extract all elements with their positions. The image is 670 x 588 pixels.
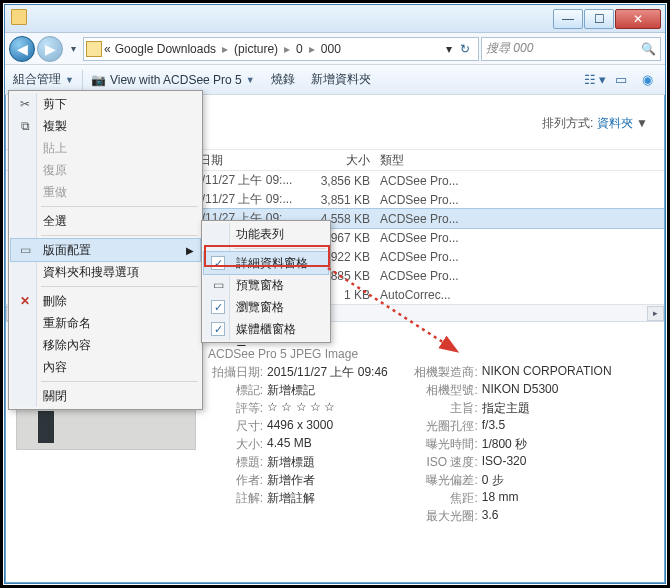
menu-item[interactable]: 重新命名 <box>11 312 200 334</box>
metadata-value[interactable]: 新增標題 <box>267 454 315 471</box>
metadata-value[interactable]: NIKON CORPORATION <box>482 364 612 381</box>
metadata-row: 主旨:指定主題 <box>408 400 612 417</box>
file-type: ACDSee Pro... <box>380 269 664 283</box>
metadata-value[interactable]: 新增註解 <box>267 490 315 507</box>
col-size[interactable]: 大小 <box>300 152 380 169</box>
metadata-value[interactable]: 4.45 MB <box>267 436 312 453</box>
menu-item[interactable]: ▭版面配置▶ <box>11 239 200 261</box>
metadata-row: 拍攝日期:2015/11/27 上午 09:46 <box>208 364 388 381</box>
submenu-item-label: 瀏覽窗格 <box>236 299 284 316</box>
menu-item[interactable]: ⧉複製 <box>11 115 200 137</box>
back-button[interactable]: ◀ <box>9 36 35 62</box>
submenu-item-label: 媒體櫃窗格 <box>236 321 296 338</box>
metadata-row: 作者:新增作者 <box>208 472 388 489</box>
help-button[interactable]: ◉ <box>635 70 659 90</box>
new-folder-button[interactable]: 新增資料夾 <box>303 65 379 95</box>
menu-item[interactable]: 移除內容 <box>11 334 200 356</box>
menu-item-label: 重做 <box>43 184 67 201</box>
metadata-value[interactable]: 1/800 秒 <box>482 436 527 453</box>
submenu-item[interactable]: ✓媒體櫃窗格 <box>204 318 328 340</box>
menu-item[interactable]: ✂剪下 <box>11 93 200 115</box>
metadata-value[interactable]: 新增作者 <box>267 472 315 489</box>
preview-pane-button[interactable]: ▭ <box>609 70 633 90</box>
sortby-label: 排列方式: <box>542 116 593 130</box>
scroll-right-button[interactable]: ▸ <box>647 306 664 321</box>
col-type[interactable]: 類型 <box>380 152 664 169</box>
history-dropdown[interactable]: ▾ <box>65 39 81 59</box>
breadcrumb[interactable]: 000 <box>319 42 343 56</box>
address-dropdown[interactable]: ▾ <box>446 42 452 56</box>
menu-item-label: 全選 <box>43 213 67 230</box>
metadata-label: 曝光時間: <box>408 436 478 453</box>
search-input[interactable]: 搜尋 000 🔍 <box>481 37 661 61</box>
chevron-down-icon[interactable]: ▼ <box>636 116 648 130</box>
preview-filetype: ACDSee Pro 5 JPEG Image <box>208 347 654 361</box>
metadata-label: 評等: <box>208 400 263 417</box>
submenu-item[interactable]: ▭預覽窗格 <box>204 274 328 296</box>
checkbox-icon: ✓ <box>211 300 225 314</box>
menu-item: 貼上 <box>11 137 200 159</box>
submenu-item-label: 預覽窗格 <box>236 277 284 294</box>
metadata-value[interactable]: f/3.5 <box>482 418 505 435</box>
menu-item-label: 內容 <box>43 359 67 376</box>
metadata-label: 標記: <box>208 382 263 399</box>
menu-item-label: 復原 <box>43 162 67 179</box>
menu-item-icon: ⧉ <box>17 118 33 134</box>
menu-item-label: 資料夾和搜尋選項 <box>43 264 139 281</box>
menu-item-label: 版面配置 <box>43 242 91 259</box>
forward-button[interactable]: ▶ <box>37 36 63 62</box>
close-button[interactable]: ✕ <box>615 9 661 29</box>
metadata-label: 主旨: <box>408 400 478 417</box>
breadcrumb[interactable]: 0 <box>294 42 305 56</box>
metadata-value[interactable]: NIKON D5300 <box>482 382 559 399</box>
metadata-row: 最大光圈:3.6 <box>408 508 612 525</box>
metadata-row: 標記:新增標記 <box>208 382 388 399</box>
metadata-value[interactable]: ☆ ☆ ☆ ☆ ☆ <box>267 400 335 417</box>
checkbox-icon: ✓ <box>211 322 225 336</box>
metadata-value[interactable]: 4496 x 3000 <box>267 418 333 435</box>
file-type: ACDSee Pro... <box>380 231 664 245</box>
navbar: ◀ ▶ ▾ « Google Downloads▸ (picture)▸ 0▸ … <box>5 33 665 65</box>
metadata-value[interactable]: 指定主題 <box>482 400 530 417</box>
submenu-item[interactable]: ✓詳細資料窗格 <box>204 252 328 274</box>
refresh-button[interactable]: ↻ <box>454 42 476 56</box>
metadata-row: ISO 速度:ISO-320 <box>408 454 612 471</box>
submenu-item[interactable]: ✓瀏覽窗格 <box>204 296 328 318</box>
address-bar[interactable]: « Google Downloads▸ (picture)▸ 0▸ 000 ▾ … <box>83 37 479 61</box>
metadata-row: 尺寸:4496 x 3000 <box>208 418 388 435</box>
metadata-value[interactable]: 18 mm <box>482 490 519 507</box>
metadata-value[interactable]: 0 步 <box>482 472 504 489</box>
maximize-button[interactable]: ☐ <box>584 9 614 29</box>
sortby-value[interactable]: 資料夾 <box>597 116 633 130</box>
file-type: ACDSee Pro... <box>380 212 664 226</box>
metadata-value[interactable]: 2015/11/27 上午 09:46 <box>267 364 388 381</box>
metadata-label: 相機製造商: <box>408 364 478 381</box>
menu-item-icon: ▭ <box>210 277 226 293</box>
view-mode-button[interactable]: ☷ ▾ <box>583 70 607 90</box>
metadata-label: 相機型號: <box>408 382 478 399</box>
metadata-row: 光圈孔徑:f/3.5 <box>408 418 612 435</box>
breadcrumb[interactable]: Google Downloads <box>113 42 218 56</box>
submenu-item-label: 詳細資料窗格 <box>236 255 308 272</box>
menu-item-label: 關閉 <box>43 388 67 405</box>
menu-item-icon: ✂ <box>17 96 33 112</box>
metadata-row: 相機製造商:NIKON CORPORATION <box>408 364 612 381</box>
menu-item[interactable]: 內容 <box>11 356 200 378</box>
metadata-value[interactable]: ISO-320 <box>482 454 527 471</box>
metadata-value[interactable]: 新增標記 <box>267 382 315 399</box>
submenu-arrow-icon: ▶ <box>186 245 194 256</box>
menu-item-label: 重新命名 <box>43 315 91 332</box>
metadata-label: 作者: <box>208 472 263 489</box>
menu-item: 重做 <box>11 181 200 203</box>
submenu-item[interactable]: 功能表列 <box>204 223 328 245</box>
menu-item[interactable]: 資料夾和搜尋選項 <box>11 261 200 283</box>
menu-item[interactable]: ✕刪除 <box>11 290 200 312</box>
menu-item[interactable]: 關閉 <box>11 385 200 407</box>
metadata-value[interactable]: 3.6 <box>482 508 499 525</box>
metadata-label: 焦距: <box>408 490 478 507</box>
minimize-button[interactable]: — <box>553 9 583 29</box>
titlebar: — ☐ ✕ <box>5 5 665 33</box>
burn-button[interactable]: 燒錄 <box>263 65 303 95</box>
breadcrumb[interactable]: (picture) <box>232 42 280 56</box>
menu-item[interactable]: 全選 <box>11 210 200 232</box>
